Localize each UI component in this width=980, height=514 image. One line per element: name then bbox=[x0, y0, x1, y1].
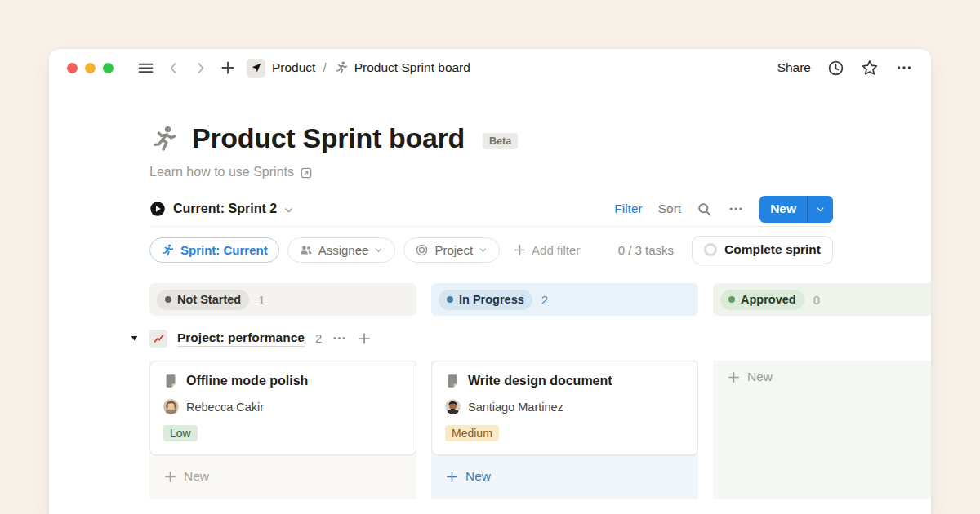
page-header: Product Sprint board Beta bbox=[149, 122, 833, 154]
top-bar: Product / Product Sprint board Share bbox=[49, 49, 931, 86]
column-header-approved: Approved 0 bbox=[713, 283, 931, 316]
tasks-count: 0 / 3 tasks bbox=[618, 243, 674, 257]
group-count: 2 bbox=[315, 331, 322, 345]
card-assignee: Santiago Martinez bbox=[468, 401, 564, 414]
status-badge-approved[interactable]: Approved bbox=[720, 290, 804, 310]
add-filter-button[interactable]: Add filter bbox=[513, 243, 580, 257]
updates-clock-icon[interactable] bbox=[827, 60, 844, 77]
zoom-window-button[interactable] bbox=[103, 63, 114, 73]
group-collapse-toggle[interactable] bbox=[129, 333, 140, 343]
people-icon bbox=[299, 243, 313, 257]
page-runner-icon[interactable] bbox=[149, 124, 179, 153]
kanban-board: Not Started 1 In Progress 2 Approved 0 bbox=[129, 283, 931, 499]
minimize-window-button[interactable] bbox=[85, 63, 96, 73]
card-title: Offline mode polish bbox=[186, 374, 308, 388]
plus-icon bbox=[445, 470, 459, 484]
card-title: Write design document bbox=[468, 374, 612, 388]
new-button[interactable]: New bbox=[760, 196, 833, 223]
filter-chip-assignee[interactable]: Assignee bbox=[287, 237, 396, 263]
more-icon[interactable] bbox=[728, 201, 744, 217]
column-count: 1 bbox=[258, 293, 265, 307]
complete-sprint-button[interactable]: Complete sprint bbox=[692, 236, 833, 264]
status-dot-icon bbox=[728, 296, 735, 303]
board-column-headers: Not Started 1 In Progress 2 Approved 0 bbox=[129, 283, 931, 316]
close-window-button[interactable] bbox=[67, 63, 78, 73]
beta-badge: Beta bbox=[483, 133, 518, 149]
filter-chip-project[interactable]: Project bbox=[403, 237, 500, 263]
filter-button[interactable]: Filter bbox=[614, 202, 642, 216]
chevron-down-icon bbox=[373, 245, 384, 255]
plus-icon bbox=[727, 370, 741, 384]
page-icon bbox=[445, 374, 460, 388]
column-in-progress: Write design document bbox=[431, 361, 698, 499]
breadcrumb-separator: / bbox=[323, 60, 326, 75]
status-badge-in-progress[interactable]: In Progress bbox=[439, 290, 532, 310]
add-card-button-not-started[interactable]: New bbox=[149, 469, 416, 484]
sort-button[interactable]: Sort bbox=[658, 202, 681, 216]
add-card-button-in-progress[interactable]: New bbox=[431, 469, 698, 484]
avatar bbox=[163, 399, 179, 414]
priority-tag: Low bbox=[163, 425, 198, 441]
sprint-progress: 0 / 3 tasks Complete sprint bbox=[618, 236, 833, 264]
help-link[interactable]: Learn how to use Sprints bbox=[149, 165, 313, 179]
target-icon bbox=[415, 243, 429, 257]
card-assignee: Rebecca Cakir bbox=[186, 401, 264, 414]
filter-chip-sprint-label: Sprint: Current bbox=[180, 243, 268, 257]
toolbar-actions: Filter Sort New bbox=[614, 196, 833, 223]
sidebar-menu-icon[interactable] bbox=[137, 60, 154, 77]
add-card-label: New bbox=[184, 469, 209, 484]
card-offline-mode-polish[interactable]: Offline mode polish bbox=[149, 361, 416, 455]
column-approved: New bbox=[713, 361, 931, 499]
avatar bbox=[445, 399, 461, 414]
priority-tag: Medium bbox=[445, 425, 499, 441]
breadcrumb: Product / Product Sprint board bbox=[272, 60, 470, 75]
share-button[interactable]: Share bbox=[777, 60, 811, 75]
column-count: 0 bbox=[813, 293, 820, 307]
board-group-row: Project: performance 2 bbox=[129, 316, 931, 361]
group-label[interactable]: Project: performance bbox=[177, 330, 305, 347]
filter-chip-sprint[interactable]: Sprint: Current bbox=[149, 237, 279, 263]
filter-bar: Sprint: Current Assignee Project Add fil… bbox=[149, 236, 833, 264]
search-icon[interactable] bbox=[697, 202, 712, 217]
new-dropdown-chevron-icon[interactable] bbox=[807, 196, 833, 223]
workspace-icon[interactable] bbox=[247, 59, 265, 78]
column-not-started: Offline mode polish bbox=[149, 361, 416, 499]
add-card-label: New bbox=[747, 370, 773, 384]
status-label: In Progress bbox=[459, 293, 524, 306]
favorite-star-icon[interactable] bbox=[861, 59, 879, 77]
progress-ring-icon bbox=[704, 243, 717, 256]
forward-icon[interactable] bbox=[193, 60, 208, 76]
board-column-bodies: Offline mode polish bbox=[129, 361, 931, 499]
breadcrumb-page[interactable]: Product Sprint board bbox=[354, 60, 470, 75]
group-add-icon[interactable] bbox=[357, 331, 372, 346]
page-title: Product Sprint board bbox=[192, 122, 465, 154]
status-badge-not-started[interactable]: Not Started bbox=[157, 290, 249, 310]
status-label: Not Started bbox=[177, 293, 241, 306]
chevron-down-icon bbox=[478, 245, 488, 255]
breadcrumb-workspace[interactable]: Product bbox=[272, 60, 315, 75]
status-dot-icon bbox=[447, 296, 453, 303]
help-link-label: Learn how to use Sprints bbox=[149, 165, 294, 179]
status-dot-icon bbox=[165, 296, 172, 303]
card-write-design-document[interactable]: Write design document bbox=[431, 361, 698, 455]
chart-icon bbox=[149, 330, 167, 348]
page-icon bbox=[163, 374, 178, 388]
add-filter-label: Add filter bbox=[532, 243, 580, 257]
back-icon[interactable] bbox=[166, 60, 181, 76]
group-more-icon[interactable] bbox=[332, 330, 347, 346]
more-icon[interactable] bbox=[895, 59, 913, 77]
view-selector-label: Current: Sprint 2 bbox=[173, 202, 277, 216]
column-count: 2 bbox=[541, 293, 548, 307]
column-header-in-progress: In Progress 2 bbox=[431, 283, 698, 316]
new-button-label: New bbox=[760, 196, 807, 223]
filter-chip-project-label: Project bbox=[434, 243, 473, 257]
external-link-icon bbox=[300, 166, 313, 179]
view-selector[interactable]: Current: Sprint 2 bbox=[149, 201, 295, 217]
new-page-icon[interactable] bbox=[220, 60, 236, 76]
filter-chip-assignee-label: Assignee bbox=[318, 243, 369, 257]
runner-icon bbox=[334, 60, 349, 75]
plus-icon bbox=[513, 243, 527, 257]
add-card-button-approved[interactable]: New bbox=[713, 370, 931, 384]
chevron-down-icon bbox=[283, 204, 295, 216]
top-bar-actions: Share bbox=[777, 59, 913, 77]
